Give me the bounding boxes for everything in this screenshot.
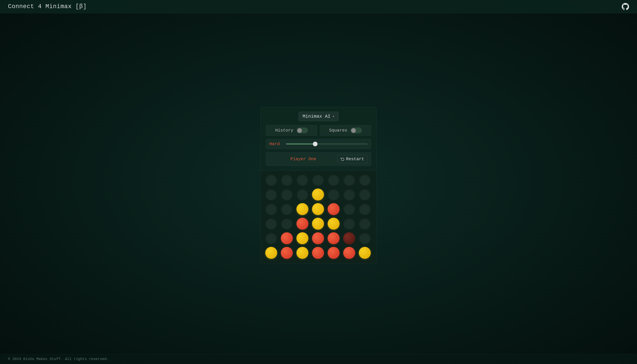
main-container: Minimax AI ▾ History Squares Hard — [261, 107, 376, 264]
board-cell-0-4[interactable] — [328, 174, 340, 186]
difficulty-row: Hard — [266, 139, 371, 149]
github-icon[interactable] — [622, 3, 629, 10]
board-cell-1-5[interactable] — [343, 188, 355, 200]
board-cell-3-6[interactable] — [359, 218, 371, 230]
difficulty-slider[interactable] — [286, 143, 368, 144]
board-cell-3-4[interactable] — [328, 218, 340, 230]
board-cell-5-5[interactable] — [343, 247, 355, 259]
board-cell-2-5[interactable] — [343, 203, 355, 215]
footer: © 2024 Kisho Makes Stuff. All rights res… — [0, 354, 637, 364]
squares-label: Squares — [329, 128, 347, 133]
header: Connect 4 Minimax [β] — [0, 0, 637, 13]
board-cell-0-3[interactable] — [312, 174, 324, 186]
board-cell-4-6[interactable] — [359, 232, 371, 244]
ai-selector-label: Minimax AI — [303, 114, 330, 119]
history-label: History — [275, 128, 293, 133]
restart-button[interactable]: Restart — [337, 154, 368, 163]
board-cell-2-4[interactable] — [328, 203, 340, 215]
board-cell-1-3[interactable] — [312, 188, 324, 200]
board-cell-1-1[interactable] — [281, 188, 293, 200]
restart-label: Restart — [346, 156, 364, 161]
board-cell-5-2[interactable] — [296, 247, 308, 259]
board-cell-4-4[interactable] — [328, 232, 340, 244]
app-title: Connect 4 Minimax [β] — [8, 3, 87, 10]
chevron-down-icon: ▾ — [332, 114, 334, 118]
board-cell-4-0[interactable] — [265, 232, 277, 244]
restart-icon — [341, 157, 344, 161]
board-cell-1-6[interactable] — [359, 188, 371, 200]
board-cell-2-1[interactable] — [281, 203, 293, 215]
board-cell-3-0[interactable] — [265, 218, 277, 230]
squares-toggle-knob — [351, 128, 356, 133]
board-cell-4-2[interactable] — [296, 232, 308, 244]
history-toggle[interactable] — [297, 128, 308, 133]
board-cell-0-2[interactable] — [296, 174, 308, 186]
board-grid — [265, 174, 372, 259]
player-turn-status: Player One — [269, 156, 337, 161]
board-cell-3-5[interactable] — [343, 218, 355, 230]
board-cell-3-3[interactable] — [312, 218, 324, 230]
board-cell-2-3[interactable] — [312, 203, 324, 215]
control-panel: Minimax AI ▾ History Squares Hard — [261, 107, 376, 170]
board-cell-0-6[interactable] — [359, 174, 371, 186]
board-cell-3-2[interactable] — [296, 218, 308, 230]
difficulty-label: Hard — [269, 141, 283, 146]
difficulty-slider-container — [286, 142, 368, 145]
board-cell-0-0[interactable] — [265, 174, 277, 186]
board-cell-5-1[interactable] — [281, 247, 293, 259]
board-cell-5-3[interactable] — [312, 247, 324, 259]
board-cell-1-2[interactable] — [296, 188, 308, 200]
history-toggle-knob — [297, 128, 302, 133]
board-cell-5-4[interactable] — [328, 247, 340, 259]
ai-selector-row: Minimax AI ▾ — [266, 112, 371, 121]
board-cell-0-1[interactable] — [281, 174, 293, 186]
footer-copyright: © 2024 Kisho Makes Stuff. All rights res… — [8, 357, 109, 361]
board-cell-0-5[interactable] — [343, 174, 355, 186]
squares-toggle[interactable] — [350, 128, 362, 133]
board-cell-5-6[interactable] — [359, 247, 371, 259]
board-cell-2-0[interactable] — [265, 203, 277, 215]
board-cell-4-3[interactable] — [312, 232, 324, 244]
board-cell-5-0[interactable] — [265, 247, 277, 259]
squares-toggle-item: Squares — [320, 125, 371, 136]
board-cell-1-4[interactable] — [328, 188, 340, 200]
board-cell-4-1[interactable] — [281, 232, 293, 244]
board-cell-2-6[interactable] — [359, 203, 371, 215]
board-cell-2-2[interactable] — [296, 203, 308, 215]
toggles-row: History Squares — [266, 125, 371, 136]
history-toggle-item: History — [266, 125, 317, 136]
board-cell-1-0[interactable] — [265, 188, 277, 200]
board-cell-3-1[interactable] — [281, 218, 293, 230]
board-cell-4-5[interactable] — [343, 232, 355, 244]
ai-selector[interactable]: Minimax AI ▾ — [298, 112, 339, 121]
game-board — [261, 170, 376, 264]
status-row: Player One Restart — [266, 152, 371, 166]
